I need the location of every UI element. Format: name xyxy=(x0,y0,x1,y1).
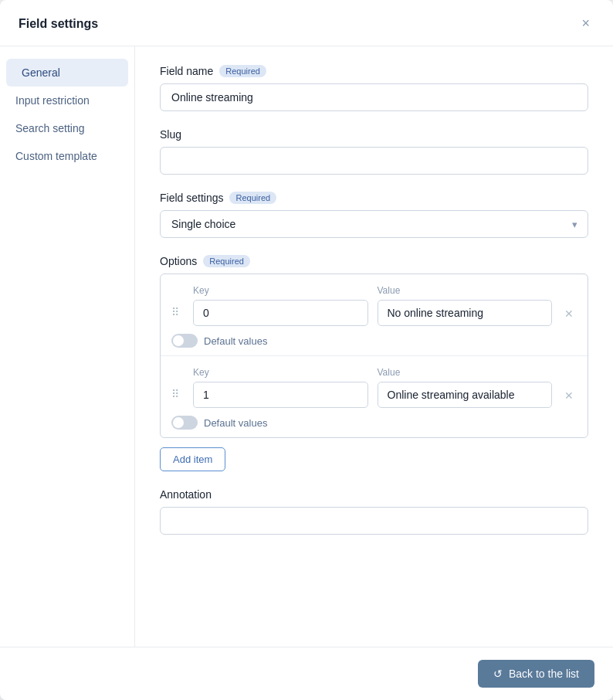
annotation-label-row: Annotation xyxy=(160,488,588,501)
options-container: ⠿ Key Value ✕ xyxy=(160,274,588,438)
field-settings-required-badge: Required xyxy=(229,192,276,204)
field-name-label-row: Field name Required xyxy=(160,65,588,77)
option-value-field-1: Value xyxy=(378,367,553,408)
modal-header: Field settings × xyxy=(0,0,613,46)
sidebar-item-search-setting[interactable]: Search setting xyxy=(0,114,134,142)
annotation-group: Annotation xyxy=(160,488,588,535)
option-inputs-0: ⠿ Key Value ✕ xyxy=(171,285,577,326)
default-values-row-1: Default values xyxy=(171,416,577,430)
drag-handle-1[interactable]: ⠿ xyxy=(171,388,184,408)
back-label: Back to the list xyxy=(509,668,579,680)
option-key-field-0: Key xyxy=(193,285,368,326)
options-label-row: Options Required xyxy=(160,255,588,267)
slug-label-row: Slug xyxy=(160,128,588,141)
default-values-row-0: Default values xyxy=(171,334,577,348)
field-settings-select[interactable]: Single choice Multiple choice Dropdown xyxy=(160,210,588,238)
field-name-label: Field name xyxy=(160,65,213,77)
slug-group: Slug xyxy=(160,128,588,175)
options-label: Options xyxy=(160,255,197,267)
field-settings-select-wrapper: Single choice Multiple choice Dropdown ▾ xyxy=(160,210,588,238)
sidebar-item-custom-template[interactable]: Custom template xyxy=(0,142,134,170)
modal-footer: ↺ Back to the list xyxy=(0,647,613,700)
option-key-label-1: Key xyxy=(193,367,368,378)
option-row-0: ⠿ Key Value ✕ xyxy=(161,274,588,356)
options-required-badge: Required xyxy=(203,255,250,267)
option-key-label-0: Key xyxy=(193,285,368,296)
annotation-input[interactable] xyxy=(160,507,588,535)
add-item-button[interactable]: Add item xyxy=(160,447,225,471)
slug-input[interactable] xyxy=(160,147,588,175)
option-value-input-0[interactable] xyxy=(378,300,553,326)
modal-title: Field settings xyxy=(19,17,98,31)
slug-label: Slug xyxy=(160,128,181,141)
option-value-label-0: Value xyxy=(378,285,553,296)
field-settings-modal: Field settings × General Input restricti… xyxy=(0,0,613,700)
option-key-input-1[interactable] xyxy=(193,382,368,408)
default-values-label-0: Default values xyxy=(204,335,267,347)
default-values-toggle-0[interactable] xyxy=(171,334,198,348)
field-name-required-badge: Required xyxy=(219,65,266,77)
option-inputs-1: ⠿ Key Value ✕ xyxy=(171,367,577,408)
option-value-input-1[interactable] xyxy=(378,382,553,408)
field-settings-label-row: Field settings Required xyxy=(160,192,588,204)
sidebar-item-input-restriction[interactable]: Input restriction xyxy=(0,87,134,114)
field-settings-label: Field settings xyxy=(160,192,223,204)
back-icon: ↺ xyxy=(493,668,503,680)
back-to-list-button[interactable]: ↺ Back to the list xyxy=(478,660,594,688)
sidebar: General Input restriction Search setting… xyxy=(0,46,135,647)
main-content: Field name Required Slug Field settings … xyxy=(135,46,613,647)
option-value-label-1: Value xyxy=(378,367,553,378)
default-values-toggle-1[interactable] xyxy=(171,416,198,430)
default-values-label-1: Default values xyxy=(204,417,267,429)
drag-handle-0[interactable]: ⠿ xyxy=(171,306,184,326)
close-button[interactable]: × xyxy=(577,14,594,33)
field-settings-group: Field settings Required Single choice Mu… xyxy=(160,192,588,238)
option-key-field-1: Key xyxy=(193,367,368,408)
sidebar-item-general[interactable]: General xyxy=(6,59,128,87)
modal-body: General Input restriction Search setting… xyxy=(0,46,613,647)
remove-option-button-0[interactable]: ✕ xyxy=(561,308,577,326)
options-group: Options Required ⠿ Key Value xyxy=(160,255,588,471)
annotation-label: Annotation xyxy=(160,488,212,501)
field-name-group: Field name Required xyxy=(160,65,588,111)
option-value-field-0: Value xyxy=(378,285,553,326)
field-name-input[interactable] xyxy=(160,83,588,111)
option-row-1: ⠿ Key Value ✕ xyxy=(161,356,588,437)
remove-option-button-1[interactable]: ✕ xyxy=(561,389,577,408)
option-key-input-0[interactable] xyxy=(193,300,368,326)
